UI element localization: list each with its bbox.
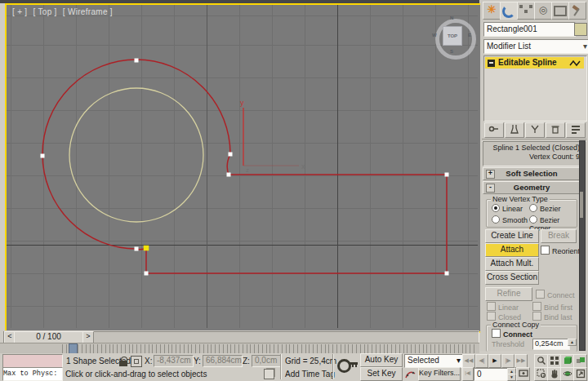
viewport-canvas[interactable]: y x z (7, 5, 478, 328)
spline-vertex[interactable] (135, 59, 139, 63)
spline-vertex[interactable] (41, 154, 45, 158)
bind-last-checkbox-box[interactable] (532, 312, 541, 321)
viewcube-top-face[interactable]: TOP (443, 26, 462, 46)
set-key-toggle-icon[interactable] (337, 359, 351, 373)
spline-vertex-selected[interactable] (144, 246, 149, 251)
spline-vertex[interactable] (145, 272, 149, 276)
connect-copy-checkbox[interactable]: Connect (492, 329, 532, 339)
spline-vertex[interactable] (227, 173, 231, 177)
z-coord-field[interactable]: 0,0cm (252, 355, 282, 367)
key-filters-button[interactable]: Key Filters... (418, 367, 461, 381)
isolate-cube-icon[interactable] (264, 369, 274, 379)
time-configuration-button[interactable] (516, 367, 530, 381)
linear-checkbox[interactable]: Linear (487, 302, 519, 312)
zoom-extents-all-button[interactable] (573, 354, 587, 368)
selection-lock-body[interactable] (119, 361, 127, 366)
time-slider-handle[interactable]: 0 / 100 (14, 331, 83, 343)
pin-stack-button[interactable] (484, 122, 504, 138)
object-inner-circle[interactable] (69, 88, 203, 222)
panel-scrollbar[interactable] (579, 140, 586, 351)
closed-checkbox-box[interactable] (487, 312, 496, 321)
viewcube-north[interactable]: N (450, 16, 453, 20)
selection-set-dropdown[interactable]: Selected ▾ (404, 354, 463, 368)
rollout-soft-selection[interactable]: + Soft Selection (483, 167, 581, 180)
selected-spline[interactable] (42, 60, 447, 273)
make-unique-button[interactable] (525, 122, 545, 138)
orbit-button[interactable] (560, 367, 574, 381)
time-next-button[interactable]: > (82, 331, 94, 343)
object-color-swatch[interactable] (574, 23, 587, 36)
object-name-field[interactable]: Rectangle001 (483, 22, 576, 37)
current-frame-field[interactable]: 0 (474, 368, 510, 381)
break-button[interactable]: Break (541, 229, 577, 243)
create-line-button[interactable]: Create Line (485, 229, 539, 243)
zoom-region-button[interactable] (534, 367, 548, 381)
tab-modify[interactable] (500, 2, 518, 20)
viewcube[interactable]: N S E W TOP (435, 19, 468, 51)
play-button[interactable]: ▶ (488, 354, 501, 368)
tab-motion[interactable]: ◎ (534, 2, 552, 20)
viewport-menu-pov[interactable]: [ Top ] (33, 7, 57, 16)
spline-vertex[interactable] (229, 153, 233, 157)
tab-create[interactable]: ✳ (483, 2, 501, 20)
spline-vertex[interactable] (135, 247, 139, 251)
connect-checkbox[interactable]: Connect (536, 290, 575, 299)
stack-item-editable-spline[interactable]: Editable Spline (485, 57, 584, 69)
maximize-viewport-toggle[interactable] (573, 367, 587, 381)
modifier-stack[interactable]: Editable Spline (483, 55, 587, 122)
tab-hierarchy[interactable] (517, 2, 535, 20)
key-filters-curve-icon[interactable] (405, 369, 416, 379)
show-end-result-button[interactable] (505, 122, 524, 138)
panel-scrollbar-thumb[interactable] (580, 192, 583, 218)
reorient-checkbox[interactable]: Reorient (541, 246, 580, 255)
radio-smooth-dot[interactable] (492, 215, 500, 224)
maxscript-mini-listener-macro[interactable] (2, 354, 63, 368)
attach-button[interactable]: Attach (485, 243, 539, 257)
add-time-tag[interactable]: Add Time Tag (285, 370, 335, 379)
refine-button[interactable]: Refine (485, 287, 532, 301)
frame-spinner-down[interactable]: ▼ (507, 374, 516, 381)
threshold-spinner-up[interactable]: ▲ (568, 339, 577, 346)
radio-bezier[interactable]: Bezier (529, 204, 561, 213)
absolute-mode-toggle[interactable] (131, 356, 142, 367)
rollout-geometry[interactable]: - Geometry (483, 181, 581, 194)
next-frame-button[interactable]: |▶ (501, 354, 514, 368)
key-mode-toggle[interactable]: |◀| (462, 367, 474, 381)
radio-linear-dot[interactable] (492, 204, 500, 212)
radio-bezier-corner-dot[interactable] (529, 215, 537, 224)
configure-modifier-sets-button[interactable] (566, 122, 586, 138)
radio-linear[interactable]: Linear (492, 204, 523, 213)
connect-copy-checkbox-box[interactable] (492, 329, 501, 338)
reorient-checkbox-box[interactable] (541, 246, 550, 255)
viewport-menu-general[interactable]: [ + ] (12, 7, 27, 16)
viewcube-west[interactable]: W (432, 33, 437, 38)
spline-vertex[interactable] (445, 173, 449, 177)
threshold-value-field[interactable]: 0,254cm (532, 339, 570, 350)
viewport-top[interactable]: y x z [ + ] [ Top ] [ Wireframe ] N S E … (5, 3, 483, 333)
remove-modifier-button[interactable] (546, 122, 565, 138)
bind-first-checkbox[interactable]: Bind first (532, 302, 572, 312)
previous-frame-button[interactable]: ◀| (475, 354, 488, 368)
tab-display[interactable] (551, 2, 569, 20)
pan-hand-button[interactable] (547, 367, 561, 381)
cross-section-button[interactable]: Cross Section (485, 271, 539, 285)
tab-utilities[interactable] (568, 2, 586, 20)
maxscript-mini-listener-output[interactable]: Max to Physc: (2, 367, 63, 381)
radio-smooth[interactable]: Smooth (492, 215, 528, 224)
viewcube-east[interactable]: E (468, 33, 471, 38)
x-coord-field[interactable]: -8,437cm (154, 355, 194, 367)
y-coord-field[interactable]: 66,884cm (203, 355, 243, 367)
modifier-list-dropdown[interactable]: Modifier List ▾ (483, 39, 588, 54)
spline-vertex[interactable] (445, 272, 449, 276)
viewcube-south[interactable]: S (450, 49, 453, 54)
bind-first-checkbox-box[interactable] (532, 302, 541, 311)
connect-checkbox-box[interactable] (536, 290, 545, 299)
auto-key-button[interactable]: Auto Key (360, 353, 403, 367)
zoom-all-button[interactable] (547, 354, 561, 368)
zoom-button[interactable] (534, 354, 548, 368)
go-to-end-button[interactable]: ▶▶ (514, 354, 528, 368)
go-to-start-button[interactable]: ◀◀ (462, 354, 475, 368)
viewport-menu-shading[interactable]: [ Wireframe ] (63, 7, 113, 16)
set-key-button[interactable]: Set Key (360, 367, 403, 381)
attach-mult-button[interactable]: Attach Mult. (485, 257, 539, 271)
